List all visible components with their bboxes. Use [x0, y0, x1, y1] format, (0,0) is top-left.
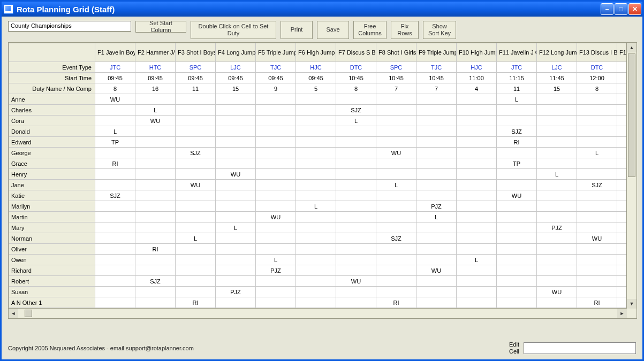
fix-rows-button[interactable]: Fix Rows: [391, 21, 419, 39]
meta-cell[interactable]: HJC: [457, 62, 497, 73]
meta-cell[interactable]: 11:15: [497, 73, 537, 83]
duty-cell[interactable]: [176, 276, 216, 287]
duty-cell[interactable]: [135, 190, 176, 201]
duty-cell[interactable]: [135, 287, 176, 297]
duty-cell[interactable]: [416, 126, 457, 137]
meta-cell[interactable]: DTC: [336, 62, 376, 73]
duty-cell[interactable]: [176, 244, 216, 255]
duty-cell[interactable]: [537, 190, 577, 201]
scroll-down-icon[interactable]: ▼: [627, 299, 637, 309]
duty-cell[interactable]: [296, 212, 336, 222]
duty-cell[interactable]: [457, 116, 497, 126]
duty-cell[interactable]: [416, 233, 457, 244]
duty-cell[interactable]: [95, 212, 135, 222]
meta-cell[interactable]: HTC: [135, 62, 176, 73]
duty-cell[interactable]: [216, 212, 256, 222]
event-header[interactable]: F7 Discus S Boys / S: [336, 43, 376, 62]
duty-cell[interactable]: TP: [497, 158, 537, 169]
duty-cell[interactable]: [376, 255, 416, 265]
duty-cell[interactable]: [497, 233, 537, 244]
duty-cell[interactable]: [336, 287, 376, 297]
duty-cell[interactable]: WU: [216, 169, 256, 180]
duty-cell[interactable]: [216, 148, 256, 158]
duty-cell[interactable]: [577, 105, 617, 116]
duty-cell[interactable]: [376, 137, 416, 148]
duty-cell[interactable]: [457, 201, 497, 212]
duty-cell[interactable]: [176, 287, 216, 297]
duty-cell[interactable]: [296, 126, 336, 137]
duty-cell[interactable]: [497, 276, 537, 287]
event-header[interactable]: F11 Javelin J Girls: [497, 43, 537, 62]
meta-cell[interactable]: 10:45: [376, 73, 416, 83]
duty-cell[interactable]: [216, 105, 256, 116]
duty-cell[interactable]: [256, 244, 296, 255]
duty-cell[interactable]: [537, 137, 577, 148]
duty-cell[interactable]: [537, 276, 577, 287]
duty-cell[interactable]: [457, 190, 497, 201]
duty-cell[interactable]: [296, 180, 336, 190]
meta-cell[interactable]: 09:45: [296, 73, 336, 83]
duty-cell[interactable]: [416, 287, 457, 297]
duty-cell[interactable]: [135, 94, 176, 105]
duty-cell[interactable]: [95, 287, 135, 297]
duty-cell[interactable]: [497, 255, 537, 265]
duty-cell[interactable]: L: [135, 105, 176, 116]
duty-cell[interactable]: [135, 169, 176, 180]
duty-cell[interactable]: [216, 94, 256, 105]
duty-cell[interactable]: [216, 233, 256, 244]
duty-cell[interactable]: WU: [135, 116, 176, 126]
duty-cell[interactable]: [176, 137, 216, 148]
duty-cell[interactable]: [95, 297, 135, 308]
duty-cell[interactable]: SJZ: [95, 190, 135, 201]
duty-cell[interactable]: [95, 116, 135, 126]
duty-cell[interactable]: [135, 180, 176, 190]
duty-cell[interactable]: WU: [95, 94, 135, 105]
save-button[interactable]: Save: [317, 21, 349, 39]
duty-cell[interactable]: WU: [537, 287, 577, 297]
duty-cell[interactable]: [216, 158, 256, 169]
horizontal-scrollbar[interactable]: ◄ ►: [9, 308, 627, 318]
duty-cell[interactable]: [95, 276, 135, 287]
duty-cell[interactable]: [577, 94, 617, 105]
meta-cell[interactable]: LJC: [537, 62, 577, 73]
meta-cell[interactable]: 09:45: [135, 73, 176, 83]
duty-cell[interactable]: [216, 297, 256, 308]
duty-cell[interactable]: TP: [95, 137, 135, 148]
duty-cell[interactable]: [497, 180, 537, 190]
duty-cell[interactable]: [376, 116, 416, 126]
duty-cell[interactable]: [176, 201, 216, 212]
duty-cell[interactable]: [296, 276, 336, 287]
duty-cell[interactable]: [135, 201, 176, 212]
duty-cell[interactable]: [95, 105, 135, 116]
meta-cell[interactable]: LJC: [216, 62, 256, 73]
duty-cell[interactable]: [296, 116, 336, 126]
meta-cell[interactable]: 11:00: [457, 73, 497, 83]
duty-cell[interactable]: [376, 222, 416, 233]
duty-cell[interactable]: L: [216, 222, 256, 233]
duty-cell[interactable]: [135, 126, 176, 137]
duty-cell[interactable]: [135, 265, 176, 276]
duty-cell[interactable]: [457, 212, 497, 222]
duty-cell[interactable]: [457, 287, 497, 297]
duty-cell[interactable]: L: [376, 180, 416, 190]
duty-cell[interactable]: [497, 265, 537, 276]
event-header[interactable]: F5 Triple Jump I Boys: [256, 43, 296, 62]
meta-cell[interactable]: 09:45: [176, 73, 216, 83]
meta-cell[interactable]: 5: [296, 83, 336, 94]
duty-cell[interactable]: [336, 158, 376, 169]
duty-cell[interactable]: L: [296, 201, 336, 212]
duty-cell[interactable]: [256, 158, 296, 169]
duty-cell[interactable]: [336, 244, 376, 255]
duty-cell[interactable]: L: [176, 233, 216, 244]
duty-cell[interactable]: [135, 158, 176, 169]
duty-cell[interactable]: [537, 126, 577, 137]
duty-cell[interactable]: [336, 265, 376, 276]
duty-cell[interactable]: [577, 287, 617, 297]
duty-cell[interactable]: [216, 126, 256, 137]
duty-cell[interactable]: L: [416, 212, 457, 222]
duty-cell[interactable]: [577, 126, 617, 137]
duty-cell[interactable]: [537, 94, 577, 105]
duty-cell[interactable]: WU: [376, 148, 416, 158]
meta-cell[interactable]: 09:45: [216, 73, 256, 83]
event-header[interactable]: F4 Long Jump J Girls: [216, 43, 256, 62]
